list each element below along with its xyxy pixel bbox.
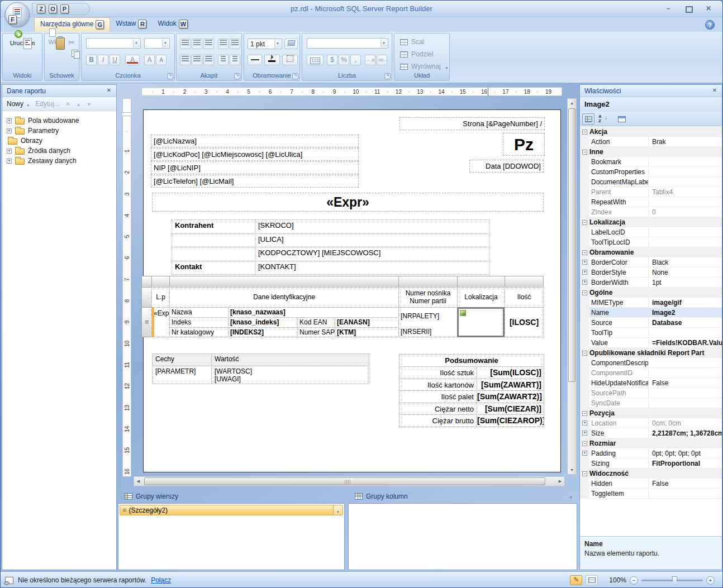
row-groups-list[interactable]: (Szczegóły2)	[118, 503, 345, 570]
summary-row[interactable]: Ciężar brutto [Sum(CIEZAROP)]	[399, 414, 544, 427]
expand-icon[interactable]: +	[7, 149, 12, 154]
collapse-icon[interactable]: −	[582, 441, 587, 446]
collapse-icon[interactable]: −	[582, 250, 587, 255]
cechy-data-cell[interactable]: [WARTOSC][UWAGI]	[211, 366, 369, 384]
property-row[interactable]: Sizing FitProportional	[580, 458, 722, 469]
data-cell[interactable]: Nazwa	[169, 307, 229, 318]
grow-font-button[interactable]: A	[144, 55, 155, 65]
data-cell[interactable]: [knaso_nazwaas]	[228, 307, 399, 318]
property-row[interactable]: SourcePath	[580, 388, 722, 398]
lic-nip-textbox[interactable]: NIP [@LicNIP]	[151, 161, 359, 174]
column-groups-list[interactable]	[348, 503, 577, 570]
tree-item[interactable]: + Pola wbudowane	[7, 116, 116, 126]
ribbon-tab[interactable]: Wstaw R	[110, 17, 152, 32]
row-handle[interactable]	[141, 287, 152, 308]
tree-item[interactable]: Obrazy	[7, 136, 116, 146]
collapse-icon[interactable]: −	[582, 351, 587, 356]
maximize-button[interactable]	[682, 4, 695, 13]
column-handle[interactable]	[169, 276, 399, 288]
percent-button[interactable]: %	[339, 55, 349, 65]
data-cell-nosnik[interactable]: [NRPALETY][NRSERII]	[398, 307, 458, 337]
scroll-up-icon[interactable]	[568, 99, 576, 107]
expand-icon[interactable]: +	[7, 159, 12, 164]
data-cell[interactable]: Numer SAP	[297, 327, 335, 337]
collapse-icon[interactable]: −	[582, 220, 587, 225]
tablix-corner-handle[interactable]	[141, 276, 152, 288]
zoom-out-button[interactable]: −	[630, 576, 638, 585]
collapse-icon[interactable]: −	[582, 150, 587, 155]
decrease-decimal-button[interactable]: .00→	[377, 55, 387, 65]
property-row[interactable]: Source Database	[580, 318, 722, 328]
column-handle[interactable]	[457, 276, 505, 288]
comma-button[interactable]: ,	[350, 55, 361, 65]
kontrahent-row[interactable]: Kontakt [KONTAKT]	[172, 261, 490, 275]
expand-icon[interactable]: +	[582, 280, 587, 285]
zoom-slider[interactable]	[641, 580, 703, 581]
help-icon[interactable]	[705, 20, 715, 30]
row-handle[interactable]	[141, 307, 152, 337]
merge-button[interactable]: Scal	[400, 38, 424, 46]
lic-address-textbox[interactable]: [@LicKodPoc] [@LicMiejscowosc] [@LicUlic…	[151, 148, 359, 161]
lic-contact-textbox[interactable]: [@LicTelefon] [@LicMail]	[151, 175, 359, 188]
property-category[interactable]: − Widoczność	[580, 469, 722, 479]
cechy-data-cell[interactable]: [PARAMETR]	[152, 366, 212, 384]
zoom-in-button[interactable]: +	[706, 576, 715, 585]
data-cell[interactable]: [knaso_indeks]	[228, 317, 298, 328]
fill-color-button[interactable]	[284, 39, 298, 49]
property-row[interactable]: + Padding 0pt; 0pt; 0pt; 0pt	[580, 448, 722, 458]
italic-button[interactable]: I	[98, 55, 108, 65]
close-button[interactable]	[702, 4, 715, 13]
data-cell-ilosc[interactable]: [ILOSC]	[505, 307, 544, 337]
property-row[interactable]: Bookmark	[580, 157, 722, 167]
align-button[interactable]: Wyrównaj	[400, 63, 449, 70]
summary-table[interactable]: Podsumowanie Ilość sztuk [Sum(ILOSC)] Il…	[399, 354, 544, 427]
cechy-header-cell[interactable]: Wartość	[211, 353, 369, 366]
property-row[interactable]: HideUpdateNotification False	[580, 378, 722, 388]
number-format-combo[interactable]	[307, 38, 388, 49]
cechy-header-cell[interactable]: Cechy	[152, 353, 212, 366]
paragraph-dialog-launcher-icon[interactable]	[234, 73, 240, 79]
increase-indent-button[interactable]	[230, 39, 240, 49]
property-row[interactable]: Action Brak	[580, 137, 722, 147]
doc-date-textbox[interactable]: Data [DDOWOD]	[469, 160, 544, 173]
summary-row[interactable]: Ciężar netto [Sum(CIEZAR)]	[399, 403, 544, 415]
scroll-right-icon[interactable]	[556, 477, 564, 485]
font-color-button[interactable]: A	[125, 55, 140, 65]
property-category[interactable]: − Ogólne	[580, 288, 722, 298]
align-bottom-button[interactable]	[203, 39, 214, 49]
property-category[interactable]: − Rozmiar	[580, 438, 722, 448]
borders-button[interactable]	[282, 55, 298, 65]
close-panel-icon[interactable]	[105, 87, 113, 94]
column-handle[interactable]	[151, 276, 170, 288]
paste-button[interactable]: Wklej	[46, 37, 66, 45]
align-left-button[interactable]	[180, 55, 191, 65]
move-up-icon[interactable]	[76, 100, 81, 108]
property-row[interactable]: Hidden False	[580, 479, 722, 489]
tree-item[interactable]: + Parametry	[7, 126, 116, 136]
close-panel-icon[interactable]	[711, 87, 719, 94]
ribbon-tab[interactable]: Narzędzia główne G	[34, 17, 110, 32]
property-row[interactable]: Name Image2	[580, 308, 722, 318]
number-dialog-launcher-icon[interactable]	[384, 73, 391, 79]
kontrahent-row[interactable]: Kontrahent [SKROCO]	[172, 220, 490, 234]
doc-symbol-textbox[interactable]: Pz	[503, 133, 545, 156]
zoom-slider-thumb[interactable]	[672, 576, 677, 584]
row-group-item[interactable]: (Szczegóły2)	[120, 505, 343, 515]
group-item-menu[interactable]	[333, 505, 343, 515]
header-cell-lokalizacja[interactable]: Lokalizacja	[457, 287, 505, 308]
property-row[interactable]: ZIndex 0	[580, 207, 722, 217]
data-cell[interactable]: Nr katalogowy	[169, 327, 229, 337]
font-size-combo[interactable]	[144, 38, 170, 49]
border-style-button[interactable]	[248, 55, 262, 65]
report-title-textbox[interactable]: «Expr»	[152, 193, 544, 212]
data-cell[interactable]: Kod EAN	[297, 317, 335, 328]
property-category[interactable]: − Inne	[580, 147, 722, 157]
property-row[interactable]: + BorderStyle None	[580, 267, 722, 278]
property-category[interactable]: − Lokalizacja	[580, 217, 722, 227]
collapse-icon[interactable]: −	[582, 411, 587, 416]
column-handle[interactable]	[398, 276, 458, 288]
tablix[interactable]: L.p Dane identyfikacyjne Numer nośnikaNu…	[141, 276, 544, 337]
property-row[interactable]: ComponentDescription	[580, 358, 722, 368]
data-cell[interactable]: [KTM]	[335, 327, 399, 337]
design-mode-button[interactable]	[570, 575, 582, 585]
